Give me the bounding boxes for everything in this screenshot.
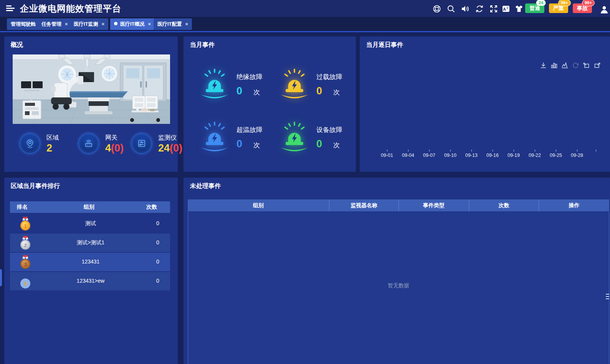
- service-ring-icon[interactable]: [432, 4, 441, 13]
- panel-title: 当月逐日事件: [366, 41, 403, 49]
- month-events-panel: 当月事件 绝缘故障 0 次: [183, 36, 356, 172]
- operating-room-illustration: [13, 54, 170, 124]
- close-icon[interactable]: ×: [185, 21, 188, 27]
- alarm-beacon-icon: [279, 120, 310, 155]
- pending-table-header: 组别 监视器名称 事件类型 次数 操作: [188, 199, 609, 211]
- column-header: 次数: [469, 199, 539, 211]
- group-name: 测试>测试1: [52, 239, 129, 246]
- rank-badge: 4: [20, 278, 30, 288]
- user-avatar-icon[interactable]: [600, 5, 609, 14]
- close-icon[interactable]: ×: [65, 21, 68, 27]
- scrollbar-grip-icon[interactable]: [606, 294, 609, 302]
- bar-chart-icon[interactable]: [550, 62, 558, 69]
- stat-extra: (0): [170, 142, 182, 154]
- x-axis-label: 09-19: [503, 153, 524, 158]
- ranking-row[interactable]: 1 测试 0: [10, 214, 170, 233]
- gold-medal-icon: 1: [18, 217, 32, 231]
- tab-task-management[interactable]: 任务管理×: [38, 18, 72, 30]
- tab-bar: 管理驾驶舱 任务管理× 医疗IT监测× 医疗IT概况× 医疗IT配置×: [0, 17, 610, 32]
- column-header: 组别: [188, 199, 329, 211]
- panel-title: 概况: [11, 41, 23, 49]
- gateway-router-icon: [78, 133, 99, 154]
- x-axis-label: 09-01: [376, 153, 398, 158]
- stat-monitor-device: 监测仪 24(0): [131, 133, 152, 154]
- app-header: 企业微电网能效管理平台 A: [0, 0, 610, 17]
- tab-medical-it-overview[interactable]: 医疗IT概况×: [110, 18, 155, 30]
- daily-events-panel: 当月逐日事件: [360, 36, 610, 172]
- drawer-handle[interactable]: [0, 269, 2, 286]
- event-stat-equipment: 设备故障 0 次: [279, 120, 359, 162]
- stat-value: 24: [158, 142, 170, 154]
- monitor-device-icon: [131, 133, 152, 154]
- save-image-icon[interactable]: [540, 62, 547, 69]
- x-axis-label: 09-28: [566, 153, 588, 158]
- menu-toggle-icon[interactable]: [6, 5, 15, 12]
- alert-badge-severe: 99+: [558, 0, 571, 6]
- panel-title: 当月事件: [190, 41, 215, 49]
- column-header: 组别: [84, 204, 94, 211]
- panel-title: 未处理事件: [190, 182, 221, 190]
- bronze-medal-icon: 3: [18, 255, 32, 270]
- tab-dashboard[interactable]: 管理驾驶舱: [7, 18, 40, 30]
- event-stat-overtemp: 超温故障 0 次: [199, 120, 279, 162]
- x-axis-label: 09-13: [461, 153, 482, 158]
- alarm-beacon-icon: [199, 120, 230, 155]
- event-unit: 次: [333, 88, 340, 97]
- line-chart-icon[interactable]: [561, 62, 569, 69]
- column-header: 监视器名称: [329, 199, 399, 211]
- group-name: 123431: [52, 259, 129, 265]
- x-axis-label: 09-07: [418, 153, 440, 158]
- event-count: 0: [142, 259, 173, 265]
- column-header: 排名: [17, 204, 28, 211]
- chart-toolbox: [540, 62, 601, 69]
- restore-icon[interactable]: [572, 62, 579, 69]
- silver-medal-icon: 2: [18, 236, 32, 250]
- refresh-icon[interactable]: [475, 4, 484, 13]
- event-count: 0: [316, 138, 322, 150]
- volume-icon[interactable]: [460, 4, 469, 13]
- app-title: 企业微电网能效管理平台: [20, 3, 121, 15]
- event-count: 0: [142, 220, 173, 226]
- event-stat-overload: 过载故障 0 次: [279, 67, 359, 109]
- event-stat-insulation: 绝缘故障 0 次: [199, 67, 279, 109]
- ranking-row[interactable]: 3 123431 0: [10, 253, 170, 271]
- location-pin-icon: [20, 133, 40, 154]
- event-label: 绝缘故障: [236, 72, 263, 81]
- pending-table-body: 暂无数据: [188, 212, 609, 364]
- x-axis-label: 09-25: [545, 153, 567, 158]
- alarm-beacon-icon: [199, 67, 230, 102]
- stat-label: 网关: [105, 134, 117, 142]
- tab-medical-it-config[interactable]: 医疗IT配置×: [154, 18, 192, 30]
- translate-icon[interactable]: A 文: [501, 4, 511, 13]
- zoom-reset-icon[interactable]: [593, 62, 601, 69]
- search-icon[interactable]: [446, 4, 456, 13]
- event-label: 超温故障: [236, 125, 263, 134]
- stat-label: 区域: [46, 134, 59, 142]
- event-count: 0: [316, 85, 322, 97]
- group-name: 123431>ew: [52, 278, 129, 284]
- event-label: 过载故障: [316, 72, 342, 81]
- ranking-row[interactable]: 2 测试>测试1 0: [10, 234, 170, 252]
- theme-shirt-icon[interactable]: [514, 4, 524, 13]
- stat-region: 区域 2: [20, 133, 40, 154]
- event-count: 0: [236, 138, 242, 150]
- event-unit: 次: [333, 141, 340, 150]
- tab-medical-it-monitor[interactable]: 医疗IT监测×: [70, 18, 108, 30]
- svg-text:A: A: [503, 7, 506, 12]
- column-header: 操作: [539, 199, 609, 211]
- stat-value: 4: [105, 142, 111, 154]
- overview-panel: 概况: [4, 36, 178, 172]
- stat-gateway: 网关 4(0): [78, 133, 99, 154]
- close-icon[interactable]: ×: [148, 21, 151, 27]
- data-zoom-icon[interactable]: [583, 62, 590, 69]
- close-icon[interactable]: ×: [102, 21, 105, 27]
- event-unit: 次: [253, 88, 260, 97]
- svg-text:文: 文: [506, 6, 509, 10]
- x-axis-label: 09-22: [524, 153, 546, 158]
- ranking-row[interactable]: 4 123431>ew 0: [10, 272, 170, 290]
- event-count: 0: [142, 278, 173, 284]
- fullscreen-icon[interactable]: [489, 4, 498, 13]
- x-axis-label: 09-04: [397, 153, 419, 158]
- ranking-panel: 区域当月事件排行 排名 组别 次数 1 测试 0 2 测试>测试1 0: [4, 178, 178, 364]
- empty-placeholder: 暂无数据: [188, 282, 609, 289]
